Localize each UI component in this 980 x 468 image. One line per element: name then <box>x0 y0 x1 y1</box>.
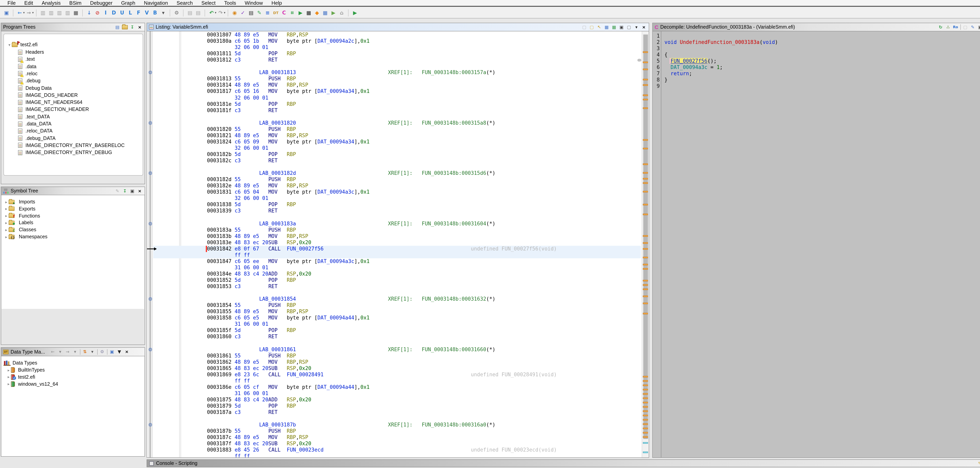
dropdown-icon[interactable]: ▼ <box>116 349 122 355</box>
tree-item-root[interactable]: ▾test2.efi <box>7 41 38 48</box>
listing-row[interactable]: 0003187a c3 RET <box>207 409 287 415</box>
listing-row[interactable]: 00031817 c6 05 16 MOV byte ptr [DAT_0009… <box>207 88 370 95</box>
listing-row[interactable]: 31 06 00 01 <box>207 390 268 397</box>
listing-row[interactable]: 0003180a c6 05 1b MOV byte ptr [DAT_0009… <box>207 38 370 44</box>
copy-icon[interactable]: ▢ <box>581 24 587 30</box>
archive-item[interactable]: ▸BuiltInTypes <box>6 366 45 374</box>
undo-icon[interactable]: ↶ <box>208 9 215 16</box>
listing-row[interactable]: 0003185f 5d POP RBP <box>207 328 296 334</box>
tree-item[interactable]: IMAGE_DIRECTORY_ENTRY_BASERELOC <box>18 142 125 149</box>
listing-row[interactable]: 31 06 00 01 <box>207 264 268 271</box>
listing-row[interactable]: ff ff <box>207 252 250 258</box>
listing-row[interactable]: 0003182c c3 RET <box>207 158 287 164</box>
back-icon[interactable]: ← <box>16 9 24 16</box>
tree-item[interactable]: .debug <box>18 77 40 84</box>
cursor-location-icon[interactable]: ↖ <box>596 24 602 30</box>
data-types-dropdown-icon[interactable]: ▾ <box>159 9 167 16</box>
listing-row[interactable]: 0003183e 48 83 ec 20SUB RSP,0x20 <box>207 239 311 245</box>
import-icon[interactable]: ↧ <box>122 188 128 194</box>
listing-row[interactable]: 00031813 55 PUSH RBP <box>207 76 296 82</box>
listing-row[interactable]: 00031875 48 83 c4 20ADD RSP,0x20 <box>207 397 311 403</box>
data-types-root[interactable]: Data Types <box>4 360 37 366</box>
navigation-globe-icon[interactable]: ◉ <box>231 9 238 16</box>
redo-icon-caret[interactable]: ▾ <box>224 11 225 14</box>
listing-row[interactable]: 00031861 55 PUSH RBP <box>207 353 296 359</box>
listing-row[interactable]: 00031831 c6 05 04 MOV byte ptr [DAT_0009… <box>207 189 370 196</box>
listing-row[interactable]: 0003187b 55 PUSH RBP <box>207 428 296 434</box>
listing-row[interactable]: 00031847 c6 05 ee MOV byte ptr [DAT_0009… <box>207 258 370 264</box>
run-analysis-icon[interactable]: ▶ <box>297 9 304 16</box>
listing-panel-header[interactable]: Listing: VariableSmm.efi ▢▢↖▦▦▣▢▾× <box>146 23 649 31</box>
bookmarks-icon[interactable]: ≡ <box>264 9 271 16</box>
listing-row[interactable]: 00031838 5d POP RBP <box>207 202 296 208</box>
ro-badge[interactable]: Ro <box>953 24 958 30</box>
tree-item[interactable]: IMAGE_DIRECTORY_ENTRY_DEBUG <box>18 149 112 156</box>
data-type-manager-header[interactable]: DT Data Type Ma... ←▾→▾⇅▾⚙▣▼× <box>1 348 145 356</box>
menu-navigation[interactable]: Navigation <box>140 0 172 6</box>
close-icon[interactable]: × <box>137 24 143 30</box>
tree-item[interactable]: .reloc <box>18 70 37 77</box>
listing-row[interactable]: 31 06 00 01 <box>207 321 268 328</box>
define-float-icon[interactable]: F <box>135 9 142 16</box>
back-icon[interactable]: ← <box>50 349 56 355</box>
menu-debugger[interactable]: Debugger <box>86 0 117 6</box>
conversion-icon[interactable]: ⇅ <box>82 349 88 355</box>
snapshot-icon[interactable]: ▣ <box>977 24 980 30</box>
chevron-closed-icon[interactable]: ▸ <box>4 200 9 204</box>
refresh-icon[interactable]: ↻ <box>938 24 943 30</box>
pipeline-icon[interactable]: ⌂ <box>338 9 345 16</box>
symbol-tree-item-exports[interactable]: ▸Exports <box>4 205 35 212</box>
listing-row[interactable]: 00031807 48 89 e5 MOV RBP,RSP <box>207 32 308 38</box>
listing-label-row[interactable]: LAB_0003183a XREF[1]: FUN_0003148b:00031… <box>207 220 495 227</box>
symbol-tree-item-labels[interactable]: ▸●Labels <box>4 219 33 226</box>
chevron-closed-icon[interactable]: ▸ <box>4 213 9 218</box>
tree-item[interactable]: IMAGE_DOS_HEADER <box>18 92 78 99</box>
run-loop-icon[interactable]: ▶ <box>351 9 359 16</box>
listing-label-row[interactable]: LAB_00031813 XREF[1]: FUN_0003148b:00031… <box>207 70 495 76</box>
archive-item[interactable]: ▸✓test2.efi <box>6 374 35 380</box>
conversion-caret-icon[interactable]: ▾ <box>89 349 95 355</box>
listing-row[interactable]: 00031879 5d POP RBP <box>207 403 296 409</box>
listing-overview-rail[interactable] <box>642 31 649 457</box>
decompile-line[interactable]: { <box>665 52 668 58</box>
menu-window[interactable]: Window <box>240 0 267 6</box>
edit-icon[interactable]: ✎ <box>970 24 976 30</box>
listing-row[interactable]: 0003181e 5d POP RBP <box>207 101 296 107</box>
undo-icon-caret[interactable]: ▾ <box>215 11 216 14</box>
menu-help[interactable]: Help <box>267 0 286 6</box>
listing-row[interactable]: 00031858 c6 05 e5 MOV byte ptr [DAT_0009… <box>207 315 370 321</box>
paste-icon[interactable]: ▢ <box>589 24 595 30</box>
listing-row[interactable]: 0003182d 55 PUSH RBP <box>207 177 296 183</box>
memory-chip-icon[interactable]: ▦ <box>305 9 312 16</box>
redo-icon[interactable]: ↷ <box>217 9 224 16</box>
menu-edit[interactable]: Edit <box>20 0 37 6</box>
listing-row[interactable]: 00031824 c6 05 09 MOV byte ptr [DAT_0009… <box>207 139 370 145</box>
snapshot-icon[interactable]: ▣ <box>129 188 135 194</box>
chevron-closed-icon[interactable]: ▸ <box>4 207 9 211</box>
preview-window-icon[interactable]: ▣ <box>109 349 115 355</box>
define-dword-icon[interactable]: D <box>110 9 118 16</box>
listing-row[interactable]: 00031855 48 89 e5 MOV RBP,RSP <box>207 309 308 315</box>
memory-map-icon[interactable]: ▥ <box>48 9 55 16</box>
edit-icon[interactable]: ✎ <box>115 188 120 194</box>
define-undefined-icon[interactable]: U <box>118 9 126 16</box>
forward-caret-icon[interactable]: ▾ <box>72 349 78 355</box>
gear-icon[interactable]: ⚙ <box>99 349 105 355</box>
listing-row[interactable]: 00031821 48 89 e5 MOV RBP,RSP <box>207 132 308 139</box>
symbol-tree-item-functions[interactable]: ▸fFunctions <box>4 212 40 219</box>
listing-view[interactable]: ⚙⚙⚙⚙⚙⚙⚙ 00031807 48 89 e5 MOV RBP,RSP000… <box>146 31 649 458</box>
checkpoint-icon[interactable]: ◆ <box>313 9 321 16</box>
decompile-panel-header[interactable]: C Decompile: UndefinedFunction_0003183a … <box>652 23 980 31</box>
back-icon-caret[interactable]: ▾ <box>23 11 25 14</box>
listing-row[interactable]: 00031869 e8 23 6c CALL FUN_00028491 unde… <box>207 371 557 378</box>
decompile-line[interactable]: } <box>665 77 668 83</box>
listing-row[interactable]: 00031854 55 PUSH RBP <box>207 302 296 309</box>
import-tree-icon[interactable]: ↧ <box>129 24 135 30</box>
listing-row[interactable]: 0003182b 5d POP RBP <box>207 151 296 158</box>
listing-label-row[interactable]: LAB_00031854 XREF[1]: FUN_0003148b:00031… <box>207 296 495 302</box>
edit-icon[interactable]: ✎ <box>977 460 980 466</box>
forward-icon-caret[interactable]: ▾ <box>32 11 34 14</box>
listing-row[interactable]: 00031839 c3 RET <box>207 208 287 214</box>
symbol-tree-header[interactable]: Symbol Tree ✎↧▣× <box>1 187 145 195</box>
listing-row[interactable]: 00031883 e8 45 26 CALL FUN_00023ecd unde… <box>207 447 557 453</box>
